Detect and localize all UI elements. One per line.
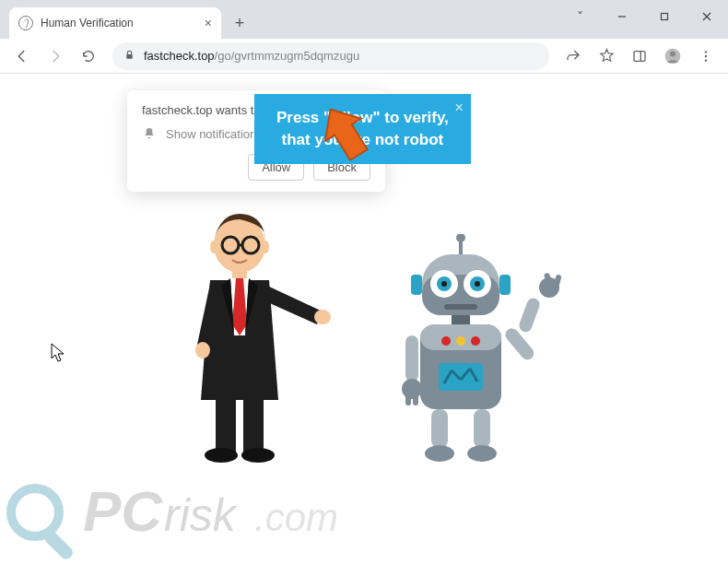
window-maximize[interactable] (643, 0, 686, 33)
browser-tab[interactable]: Human Verification × (9, 7, 221, 39)
svg-rect-36 (499, 275, 511, 295)
svg-point-8 (670, 51, 675, 56)
svg-rect-5 (634, 51, 645, 61)
page-content: fastcheck.top wants to Show notification… (0, 74, 728, 564)
share-icon[interactable] (558, 41, 588, 71)
window-dropdown[interactable]: ˅ (558, 0, 601, 33)
svg-point-19 (195, 342, 210, 358)
svg-rect-59 (474, 409, 490, 448)
svg-rect-38 (452, 315, 470, 324)
svg-point-62 (11, 488, 59, 536)
svg-rect-51 (405, 393, 411, 405)
robot-illustration (378, 234, 599, 477)
svg-point-33 (441, 281, 447, 287)
svg-point-34 (475, 281, 480, 287)
svg-text:.com: .com (254, 496, 338, 539)
forward-button (41, 41, 70, 71)
svg-point-17 (262, 241, 269, 253)
businessman-illustration (175, 206, 350, 468)
bookmark-star-icon[interactable] (592, 41, 621, 71)
svg-point-10 (705, 54, 707, 56)
svg-point-20 (314, 310, 331, 324)
close-icon[interactable]: × (205, 16, 212, 30)
tab-title: Human Verification (41, 17, 197, 29)
svg-point-48 (471, 336, 480, 346)
svg-point-60 (425, 445, 454, 462)
svg-rect-54 (517, 297, 541, 334)
browser-toolbar: fastcheck.top/go/gvrtmmzugm5dqmzugu (0, 39, 728, 74)
notification-label: Show notifications (166, 127, 263, 141)
svg-rect-53 (503, 326, 536, 363)
url-text: fastcheck.top/go/gvrtmmzugm5dqmzugu (144, 49, 359, 63)
globe-icon (18, 16, 33, 30)
menu-icon[interactable] (691, 41, 721, 71)
svg-point-26 (456, 234, 465, 242)
svg-rect-4 (126, 53, 133, 58)
side-panel-icon[interactable] (625, 41, 654, 71)
back-button[interactable] (7, 41, 37, 71)
svg-point-46 (441, 336, 451, 346)
new-tab-button[interactable]: + (227, 10, 252, 36)
pointer-arrow-icon (313, 101, 378, 170)
bell-icon (142, 126, 157, 141)
svg-rect-18 (232, 269, 247, 278)
watermark: PC risk .com (0, 459, 396, 564)
svg-rect-21 (216, 396, 236, 452)
svg-rect-63 (42, 529, 75, 560)
lock-icon (123, 48, 136, 65)
cursor-icon (51, 343, 65, 367)
svg-point-16 (210, 241, 217, 253)
reload-button[interactable] (74, 41, 103, 71)
svg-rect-49 (405, 335, 418, 382)
svg-point-61 (467, 445, 497, 462)
address-bar[interactable]: fastcheck.top/go/gvrtmmzugm5dqmzugu (112, 42, 549, 70)
svg-text:PC: PC (83, 479, 163, 543)
profile-icon[interactable] (658, 41, 687, 71)
svg-rect-1 (662, 14, 668, 20)
window-minimize[interactable] (601, 0, 643, 33)
svg-point-50 (402, 379, 422, 399)
svg-rect-58 (431, 409, 448, 448)
svg-text:risk: risk (164, 489, 239, 541)
banner-close-icon[interactable]: × (454, 98, 463, 118)
svg-rect-37 (444, 304, 477, 310)
svg-rect-22 (243, 396, 264, 452)
svg-point-47 (456, 336, 465, 346)
svg-point-9 (705, 51, 707, 53)
svg-rect-35 (411, 275, 422, 295)
svg-point-11 (705, 59, 707, 61)
svg-rect-52 (413, 393, 418, 405)
window-close[interactable] (686, 0, 728, 33)
